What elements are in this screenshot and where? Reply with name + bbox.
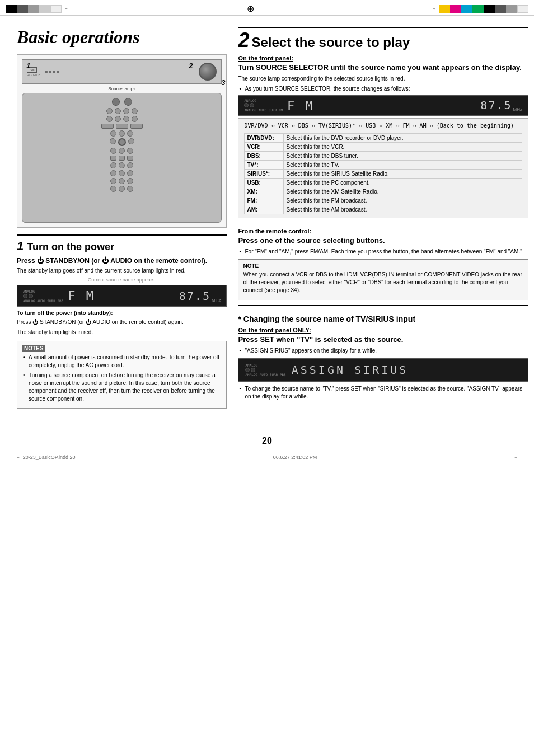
number-3-label: 3 (221, 78, 225, 87)
step1-section-title: 1 Turn on the power (17, 234, 227, 253)
source-desc-cell: Select this for the AM broadcast. (284, 205, 522, 214)
header-right-decoration: ¬ (433, 5, 528, 13)
stripe-1 (6, 5, 17, 13)
model-label: RX-D201B (27, 73, 40, 77)
step2-num: 2 (238, 30, 249, 50)
assign-display: ANALOG ANALOG AUTO SURR PBS ASSIGN SIRIU… (238, 358, 528, 382)
source-name-cell: FM: (245, 196, 284, 205)
source-display-mockup: ANALOG ANALOG AUTO SURR FM F M 87.5 MHz (238, 95, 528, 116)
src-disp-analog: ANALOG (244, 98, 283, 102)
source-table-row: FM:Select this for the FM broadcast. (245, 196, 522, 205)
note-2: Turning a source component on before tur… (22, 372, 222, 403)
color-stripe-gray (506, 5, 517, 13)
note-1: A small amount of power is consumed in s… (22, 354, 222, 369)
display-freq-text: F M (68, 289, 95, 303)
header-bar: ⌐ ⊕ ¬ (0, 0, 534, 16)
header-left-decoration: ⌐ (6, 5, 68, 13)
source-desc-cell: Select this for the DBS tuner. (284, 151, 522, 160)
display-left-indicators: ANALOG ANALOG AUTO SURR PBS (23, 289, 63, 303)
to-turn-off-body: Press ⏻ STANDBY/ON (or ⏻ AUDIO on the re… (17, 318, 227, 326)
src-disp-unit: MHz (513, 107, 522, 112)
source-desc-cell: Select this for the FM broadcast. (284, 196, 522, 205)
note-text: When you connect a VCR or DBS to the HDM… (243, 271, 523, 294)
front-only-label: On the front panel ONLY: (238, 327, 528, 334)
number-2-label: 2 (189, 62, 193, 70)
notes-title: NOTES (22, 345, 45, 352)
page-content: Basic operations JVC RX-D201B (0, 16, 534, 430)
display-freq2: 87.5 (179, 289, 210, 303)
right-corner-mark: ¬ (433, 6, 435, 11)
remote-instruction: Press one of the source selecting button… (238, 236, 528, 246)
source-name-cell: XM: (245, 187, 284, 196)
source-lamp-text: The source lamp corresponding to the sel… (238, 75, 528, 83)
corner-mark-bl: ⌐ (17, 455, 20, 460)
volume-knob (199, 63, 217, 81)
remote-bullet: For "FM" and "AM," press FM/AM. Each tim… (238, 248, 528, 256)
number-1-label: 1 (26, 62, 30, 70)
footer-right: ¬ (514, 455, 517, 460)
power-display-mockup: ANALOG ANALOG AUTO SURR PBS F M 87.5 MHz (17, 285, 227, 307)
display-analog-ind: ANALOG (23, 289, 35, 293)
stripe-3 (28, 5, 39, 13)
step1-instruction: Press ⏻ STANDBY/ON (or ⏻ AUDIO on the re… (17, 257, 227, 265)
src-disp-freq2: 87.5 (480, 98, 512, 112)
display-indicators-text: ANALOG AUTO SURR PBS (23, 299, 63, 303)
date-info: 06.6.27 2:41:02 PM (273, 454, 317, 460)
page-number: 20 (0, 436, 534, 446)
source-table-row: VCR:Select this for the VCR. (245, 142, 522, 151)
standby-text: The standby lamp lights in red. (17, 328, 227, 336)
front-panel-instruction: Turn SOURCE SELECTOR until the source na… (238, 63, 528, 73)
source-name-cell: AM: (245, 205, 284, 214)
source-name-cell: DBS: (245, 151, 284, 160)
source-name-cell: TV*: (245, 160, 284, 169)
device-illustration-box: JVC RX-D201B Source lamps 1 2 3 (17, 54, 227, 228)
source-table-row: TV*:Select this for the TV. (245, 160, 522, 169)
src-disp-freq: F M (287, 98, 476, 112)
source-name-cell: USB: (245, 178, 284, 187)
color-stripe-cyan (461, 5, 472, 13)
source-flow-text: DVR/DVD ↔ VCR ↔ DBS ↔ TV(SIRIUS)* ↔ USB … (244, 122, 522, 130)
left-column: Basic operations JVC RX-D201B (17, 27, 227, 414)
display-freq-area: F M (68, 289, 175, 303)
right-column: 2 Select the source to play On the front… (238, 27, 528, 414)
assign-disp-left: ANALOG ANALOG AUTO SURR PBS (245, 363, 285, 377)
source-table-row: DBS:Select this for the DBS tuner. (245, 151, 522, 160)
display-caption: Current source name appears. (17, 277, 227, 283)
center-crosshair: ⊕ (247, 3, 254, 14)
src-disp-indicators: ANALOG AUTO SURR FM (244, 108, 283, 112)
source-table-row: USB:Select this for the PC component. (245, 178, 522, 187)
step2-title: Select the source to play (252, 35, 410, 50)
remote-label: From the remote control: (238, 228, 528, 234)
file-info: 20-23_BasicOP.indd 20 (23, 454, 76, 460)
note-title: NOTE (243, 263, 523, 269)
note-box: NOTE When you connect a VCR or DBS to th… (238, 259, 528, 300)
step2-header: 2 Select the source to play (238, 27, 528, 50)
source-name-cell: SIRIUS*: (245, 169, 284, 178)
src-disp-left: ANALOG ANALOG AUTO SURR FM (244, 98, 283, 112)
assign-bullet: "ASSIGN SIRIUS" appears on the display f… (238, 347, 528, 355)
source-table-row: DVR/DVD:Select this for the DVD recorder… (245, 133, 522, 142)
changing-source-title: * Changing the source name of TV/SIRIUS … (238, 314, 528, 323)
display-right-area: 87.5 MHz (179, 289, 221, 303)
source-name-cell: DVR/DVD: (245, 133, 284, 142)
source-name-cell: VCR: (245, 142, 284, 151)
color-stripe-black (484, 5, 495, 13)
source-desc-cell: Select this for the VCR. (284, 142, 522, 151)
left-corner-mark: ⌐ (65, 6, 68, 11)
step1-title-text: Turn on the power (27, 241, 114, 252)
front-panel-label: On the front panel: (238, 55, 528, 62)
stripe-4 (39, 5, 50, 13)
step2-title-row: 2 Select the source to play (238, 30, 528, 50)
source-desc-cell: Select this for the PC component. (284, 178, 522, 187)
source-table-row: XM:Select this for the XM Satellite Radi… (245, 187, 522, 196)
color-stripe-dgray (495, 5, 506, 13)
step1-num: 1 (17, 239, 27, 253)
source-info-table: DVR/DVD:Select this for the DVD recorder… (244, 133, 522, 214)
color-stripe-green (472, 5, 484, 13)
page-title: Basic operations (17, 27, 227, 48)
src-disp-right: 87.5 MHz (480, 98, 522, 112)
source-table-row: SIRIUS*:Select this for the SIRIUS Satel… (245, 169, 522, 178)
front-only-instruction: Press SET when "TV" is selected as the s… (238, 335, 528, 345)
source-changes-text: As you turn SOURCE SELECTOR, the source … (238, 85, 528, 93)
assign-analog: ANALOG (245, 363, 285, 367)
